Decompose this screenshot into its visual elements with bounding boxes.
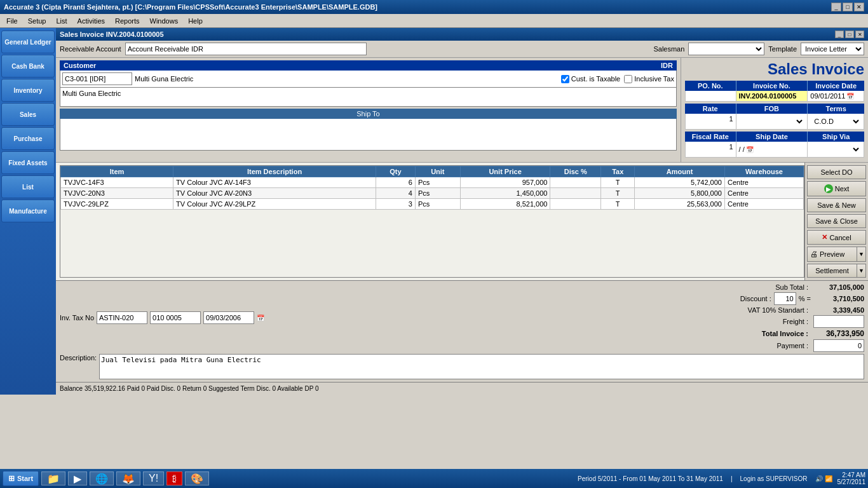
ship-via-select[interactable] <box>810 143 861 156</box>
cell-unit-price: 1,450,000 <box>460 188 550 199</box>
payment-input[interactable] <box>813 339 864 352</box>
cell-unit: Pcs <box>415 199 460 210</box>
receivable-account-input[interactable] <box>125 43 367 55</box>
ship-date-value: / / 📅 <box>736 142 808 158</box>
ship-to-header: Ship To <box>60 109 677 119</box>
customer-header: Customer IDR <box>60 60 677 71</box>
sidebar-item-sales[interactable]: Sales <box>1 103 55 126</box>
inv-tax-no-input2[interactable] <box>150 311 201 324</box>
description-textarea[interactable]: Jual Televisi pada Mitra Guna Electric <box>99 354 864 379</box>
taskbar-app-1[interactable]: 📁 <box>41 471 65 485</box>
menu-file[interactable]: File <box>3 16 22 26</box>
footer-section: Inv. Tax No 📅 Sub Total : 37,105,000 Dis… <box>56 280 868 382</box>
col-disc: Disc % <box>550 166 601 177</box>
sidebar-item-fixed-assets[interactable]: Fixed Assets <box>1 151 55 174</box>
taskbar: ⊞ Start 📁 ▶ 🌐 🦊 Y! ₿ 🎨 Period 5/2011 - F… <box>0 469 868 488</box>
inv-tax-no-input1[interactable] <box>97 311 147 324</box>
save-close-button[interactable]: Save & Close <box>807 214 866 228</box>
cell-qty: 6 <box>376 177 415 188</box>
preview-dropdown-button[interactable]: ▼ <box>857 247 866 262</box>
network-icon: 🔊 <box>815 475 823 482</box>
rate-grid: Rate FOB Terms 1 C.O.D <box>685 104 864 130</box>
close-button[interactable]: ✕ <box>854 3 864 11</box>
items-table: Item Item Description Qty Unit Unit Pric… <box>60 166 804 210</box>
menu-list[interactable]: List <box>52 16 71 26</box>
table-scroll[interactable]: Item Item Description Qty Unit Unit Pric… <box>60 166 804 277</box>
cell-tax: T <box>601 199 635 210</box>
table-row: TVJVC-14F3 TV Colour JVC AV-14F3 6 Pcs 9… <box>61 177 804 188</box>
cust-taxable-checkbox[interactable] <box>561 75 569 83</box>
inclusive-tax-label: Inclusive Tax <box>634 75 674 83</box>
sidebar-item-cash-bank[interactable]: Cash Bank <box>1 55 55 78</box>
settlement-dropdown-button[interactable]: ▼ <box>857 264 866 278</box>
customer-content: Multi Guna Electric Cust. is Taxable Inc… <box>60 71 677 88</box>
next-button-area: ▶ Next <box>807 181 866 196</box>
inclusive-tax-checkbox[interactable] <box>624 75 632 83</box>
taskbar-app-4[interactable]: 🦊 <box>116 471 140 485</box>
volume-icon: 📶 <box>825 475 832 482</box>
rate-header: Rate <box>685 104 736 114</box>
col-warehouse: Warehouse <box>724 166 803 177</box>
taskbar-app-2[interactable]: ▶ <box>68 471 87 485</box>
col-unit: Unit <box>415 166 460 177</box>
customer-id-input[interactable] <box>62 72 132 85</box>
sidebar-item-purchase[interactable]: Purchase <box>1 127 55 150</box>
cell-disc <box>550 199 601 210</box>
cancel-icon: ✕ <box>822 233 827 241</box>
customer-name-label: Multi Guna Electric <box>135 75 193 83</box>
taskbar-app-6[interactable]: ₿ <box>166 471 182 485</box>
terms-select[interactable]: C.O.D <box>810 115 861 128</box>
salesman-select[interactable] <box>688 43 764 55</box>
taskbar-app-3[interactable]: 🌐 <box>90 471 114 485</box>
cell-amount: 25,563,000 <box>635 199 725 210</box>
select-do-button[interactable]: Select DO <box>807 165 866 179</box>
content-right: Sales Invoice INV.2004.0100005 _ □ ✕ Rec… <box>56 28 868 395</box>
cell-description: TV Colour JVC AV-14F3 <box>173 177 376 188</box>
freight-label: Freight : <box>783 318 808 325</box>
taskbar-app-5[interactable]: Y! <box>143 471 164 485</box>
inner-minimize-button[interactable]: _ <box>835 30 844 38</box>
sidebar-item-list[interactable]: List <box>1 175 55 198</box>
tax-date-calendar-icon[interactable]: 📅 <box>257 315 264 322</box>
status-text: Balance 35,519,922.16 Paid 0 Paid Disc. … <box>60 385 318 392</box>
cell-unit: Pcs <box>415 188 460 199</box>
inv-tax-date-input[interactable] <box>203 311 254 324</box>
sidebar: General Ledger Cash Bank Inventory Sales… <box>0 28 56 395</box>
save-new-button[interactable]: Save & New <box>807 198 866 212</box>
ship-to-content <box>60 119 677 151</box>
menu-setup[interactable]: Setup <box>24 16 50 26</box>
calendar-icon[interactable]: 📅 <box>846 93 854 100</box>
po-no-value[interactable] <box>685 91 736 102</box>
minimize-button[interactable]: _ <box>831 3 841 11</box>
menu-windows[interactable]: Windows <box>146 16 182 26</box>
maximize-button[interactable]: □ <box>843 3 853 11</box>
preview-button[interactable]: 🖨 Preview <box>807 247 857 262</box>
customer-address: Multi Guna Electric <box>62 90 121 97</box>
rate-value: 1 <box>685 114 736 130</box>
col-unit-price: Unit Price <box>460 166 550 177</box>
cell-warehouse: Centre <box>724 199 803 210</box>
menu-reports[interactable]: Reports <box>111 16 144 26</box>
windows-icon: ⊞ <box>8 474 15 483</box>
discount-input[interactable] <box>774 292 796 305</box>
sidebar-item-manufacture[interactable]: Manufacture <box>1 200 55 222</box>
sidebar-item-general-ledger[interactable]: General Ledger <box>1 30 55 53</box>
start-button[interactable]: ⊞ Start <box>3 471 39 486</box>
fob-select[interactable] <box>739 115 805 128</box>
taskbar-app-7[interactable]: 🎨 <box>185 471 209 485</box>
sidebar-item-inventory[interactable]: Inventory <box>1 79 55 102</box>
ship-date-calendar-icon[interactable]: 📅 <box>746 146 754 153</box>
freight-input[interactable] <box>813 315 864 328</box>
template-select[interactable]: Invoice Letter <box>801 43 864 55</box>
invoice-grid: PO. No. Invoice No. Invoice Date INV.200… <box>685 81 864 102</box>
taskbar-time-area: 2:47 AM 5/27/2011 <box>837 471 866 485</box>
menu-help[interactable]: Help <box>184 16 207 26</box>
settlement-button[interactable]: Settlement <box>807 264 857 278</box>
cancel-button[interactable]: ✕ Cancel <box>807 230 866 245</box>
inner-restore-button[interactable]: □ <box>845 30 854 38</box>
taskbar-right: Period 5/2011 - From 01 May 2011 To 31 M… <box>578 471 865 485</box>
inner-close-button[interactable]: ✕ <box>855 30 864 38</box>
menu-activities[interactable]: Activities <box>74 16 109 26</box>
next-button[interactable]: ▶ Next <box>807 181 866 196</box>
inner-window-controls: _ □ ✕ <box>835 30 864 38</box>
